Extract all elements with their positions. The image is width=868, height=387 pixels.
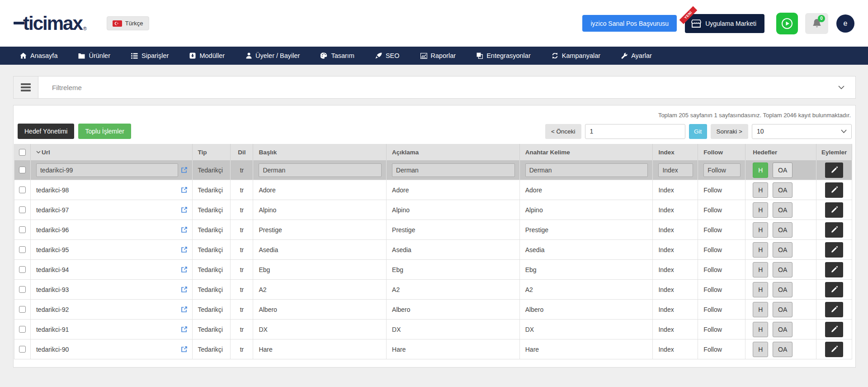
url-value[interactable]: tedarikci-90 bbox=[36, 346, 178, 353]
edit-button[interactable] bbox=[825, 182, 843, 198]
edit-button[interactable] bbox=[825, 322, 843, 337]
header-follow[interactable]: Follow bbox=[698, 144, 745, 160]
baslik-value[interactable]: Asedia bbox=[259, 246, 278, 253]
header-eylemler[interactable]: Eylemler bbox=[816, 144, 852, 160]
follow-value[interactable]: Follow bbox=[703, 286, 722, 293]
hedef-h-button[interactable]: H bbox=[753, 262, 768, 277]
row-checkbox[interactable] bbox=[19, 326, 26, 333]
url-value[interactable]: tedarikci-94 bbox=[36, 266, 178, 273]
nav-item-raporlar[interactable]: Raporlar bbox=[420, 52, 456, 59]
aciklama-value[interactable]: Ebg bbox=[392, 266, 403, 273]
select-all-checkbox[interactable] bbox=[19, 149, 26, 156]
edit-button[interactable] bbox=[825, 242, 843, 258]
aciklama-value[interactable]: DX bbox=[392, 326, 401, 333]
external-link-icon[interactable] bbox=[181, 346, 188, 353]
aciklama-value[interactable]: Alpino bbox=[392, 206, 410, 214]
aciklama-value[interactable]: Albero bbox=[392, 306, 410, 313]
row-checkbox[interactable] bbox=[19, 186, 26, 193]
follow-value[interactable]: Follow bbox=[703, 266, 722, 273]
anahtar-kelime-value[interactable]: Derman bbox=[525, 163, 648, 177]
baslik-value[interactable]: Adore bbox=[259, 186, 275, 194]
page-size-select[interactable]: 10 bbox=[752, 124, 852, 139]
url-value[interactable]: tedarikci-99 bbox=[36, 163, 178, 177]
baslik-value[interactable]: DX bbox=[259, 326, 267, 333]
external-link-icon[interactable] bbox=[181, 226, 188, 233]
external-link-icon[interactable] bbox=[181, 186, 188, 193]
hedef-oa-button[interactable]: OA bbox=[773, 222, 793, 238]
index-value[interactable]: Index bbox=[658, 246, 674, 253]
hedef-oa-button[interactable]: OA bbox=[773, 262, 793, 277]
hedef-oa-button[interactable]: OA bbox=[773, 202, 793, 218]
follow-value[interactable]: Follow bbox=[703, 346, 722, 353]
header-aciklama[interactable]: Açıklama bbox=[387, 144, 520, 160]
header-url[interactable]: Url bbox=[31, 144, 193, 160]
url-value[interactable]: tedarikci-96 bbox=[36, 226, 178, 234]
hedef-oa-button[interactable]: OA bbox=[773, 302, 793, 317]
toplu-islemler-button[interactable]: Toplu İşlemler bbox=[78, 124, 131, 139]
url-value[interactable]: tedarikci-93 bbox=[36, 286, 178, 293]
row-checkbox[interactable] bbox=[19, 266, 26, 273]
video-play-button[interactable] bbox=[776, 13, 798, 34]
index-value[interactable]: Index bbox=[658, 206, 674, 214]
next-page-button[interactable]: Sonraki > bbox=[711, 124, 748, 139]
anahtar-kelime-value[interactable]: Adore bbox=[525, 186, 542, 194]
follow-value[interactable]: Follow bbox=[703, 163, 741, 177]
row-checkbox[interactable] bbox=[19, 286, 26, 293]
edit-button[interactable] bbox=[825, 262, 843, 277]
index-value[interactable]: Index bbox=[658, 186, 674, 194]
hedef-oa-button[interactable]: OA bbox=[773, 162, 793, 178]
anahtar-kelime-value[interactable]: Asedia bbox=[525, 246, 545, 253]
external-link-icon[interactable] bbox=[181, 326, 188, 333]
baslik-value[interactable]: Hare bbox=[259, 346, 272, 353]
hedef-oa-button[interactable]: OA bbox=[773, 282, 793, 297]
go-to-page-button[interactable]: Git bbox=[689, 124, 707, 139]
url-value[interactable]: tedarikci-95 bbox=[36, 246, 178, 253]
url-value[interactable]: tedarikci-98 bbox=[36, 186, 178, 194]
previous-page-button[interactable]: < Önceki bbox=[545, 124, 581, 139]
row-checkbox[interactable] bbox=[19, 306, 26, 313]
hedef-h-button[interactable]: H bbox=[753, 182, 768, 198]
user-avatar[interactable]: e bbox=[836, 14, 854, 33]
url-value[interactable]: tedarikci-97 bbox=[36, 206, 178, 214]
edit-button[interactable] bbox=[825, 202, 843, 218]
header-index[interactable]: Index bbox=[653, 144, 698, 160]
hedef-oa-button[interactable]: OA bbox=[773, 242, 793, 258]
aciklama-value[interactable]: Hare bbox=[392, 346, 406, 353]
filter-chevron-down-icon[interactable] bbox=[838, 86, 844, 89]
iyzico-pos-button[interactable]: iyzico Sanal Pos Başvurusu bbox=[582, 15, 677, 32]
language-selector[interactable]: Türkçe bbox=[107, 16, 149, 30]
edit-button[interactable] bbox=[825, 282, 843, 297]
edit-button[interactable] bbox=[825, 162, 843, 178]
aciklama-value[interactable]: Adore bbox=[392, 186, 409, 194]
index-value[interactable]: Index bbox=[658, 163, 693, 177]
row-checkbox[interactable] bbox=[19, 206, 26, 213]
index-value[interactable]: Index bbox=[658, 226, 674, 234]
nav-item-ayarlar[interactable]: Ayarlar bbox=[621, 52, 652, 59]
aciklama-value[interactable]: Derman bbox=[392, 163, 515, 177]
edit-button[interactable] bbox=[825, 302, 843, 317]
anahtar-kelime-value[interactable]: A2 bbox=[525, 286, 533, 293]
nav-item-seo[interactable]: SEO bbox=[375, 52, 400, 59]
header-baslik[interactable]: Başlık bbox=[253, 144, 387, 160]
hedef-h-button[interactable]: H bbox=[753, 342, 768, 357]
nav-item-tasar-m[interactable]: Tasarım bbox=[321, 52, 354, 59]
header-hedefler[interactable]: Hedefler bbox=[745, 144, 816, 160]
external-link-icon[interactable] bbox=[181, 246, 188, 253]
follow-value[interactable]: Follow bbox=[703, 326, 722, 333]
url-value[interactable]: tedarikci-91 bbox=[36, 326, 178, 333]
follow-value[interactable]: Follow bbox=[703, 186, 722, 194]
aciklama-value[interactable]: Asedia bbox=[392, 246, 411, 253]
hedef-oa-button[interactable]: OA bbox=[773, 342, 793, 357]
app-market-button[interactable]: YENİ Uygulama Marketi bbox=[685, 14, 764, 33]
header-dil[interactable]: Dil bbox=[231, 144, 253, 160]
hedef-h-button[interactable]: H bbox=[753, 202, 768, 218]
hedef-h-button[interactable]: H bbox=[753, 282, 768, 297]
header-anahtar-kelime[interactable]: Anahtar Kelime bbox=[520, 144, 653, 160]
url-value[interactable]: tedarikci-92 bbox=[36, 306, 178, 313]
hedef-oa-button[interactable]: OA bbox=[773, 182, 793, 198]
edit-button[interactable] bbox=[825, 222, 843, 238]
baslik-value[interactable]: Ebg bbox=[259, 266, 270, 273]
index-value[interactable]: Index bbox=[658, 346, 674, 353]
notifications-button[interactable]: 0 bbox=[805, 13, 828, 34]
nav-item-kampanyalar[interactable]: Kampanyalar bbox=[552, 52, 600, 59]
